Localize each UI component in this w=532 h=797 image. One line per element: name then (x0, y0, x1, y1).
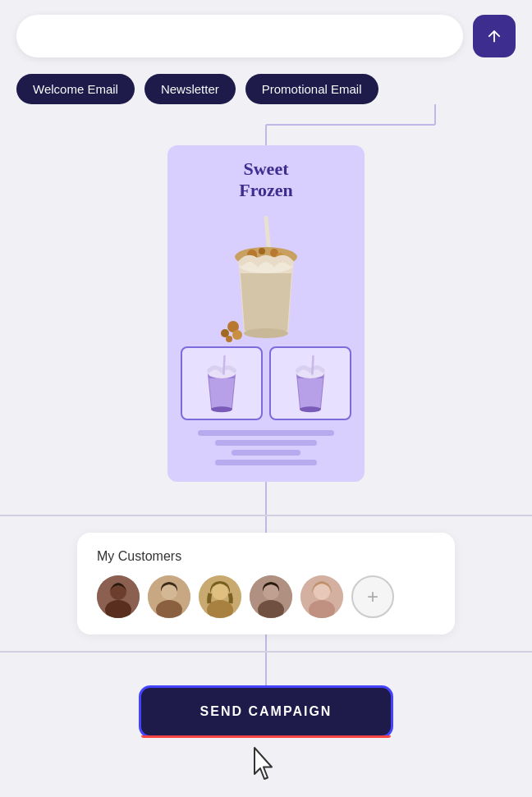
customers-card: My Customers (77, 533, 455, 634)
page-wrapper: Welcome Email Newsletter Promotional Ema… (0, 0, 532, 797)
send-campaign-button[interactable]: SEND CAMPAIGN (139, 685, 393, 738)
svg-point-29 (212, 584, 228, 600)
avatar-3 (199, 575, 241, 618)
connector-lines-top (0, 104, 532, 145)
text-line-1 (198, 430, 334, 436)
avatars-row: + (97, 575, 435, 618)
svg-point-14 (232, 330, 242, 340)
cursor-area (251, 738, 281, 797)
email-card: SweetFrozen (167, 145, 365, 482)
text-line-3 (232, 450, 300, 456)
svg-point-21 (300, 406, 321, 412)
arrow-up-icon (485, 27, 503, 45)
chip-promotional[interactable]: Promotional Email (245, 74, 378, 104)
product-card-1 (181, 346, 263, 420)
send-button[interactable] (473, 15, 516, 57)
avatar-4 (250, 575, 292, 618)
chip-newsletter[interactable]: Newsletter (144, 74, 236, 104)
product-card-2 (269, 346, 351, 420)
search-row (0, 0, 532, 67)
text-line-4 (215, 460, 318, 465)
text-line-2 (215, 440, 318, 446)
add-icon: + (367, 585, 378, 608)
horizontal-line-1 (0, 515, 532, 516)
connector-mid (265, 482, 267, 515)
avatar-add-button[interactable]: + (351, 575, 394, 618)
text-lines (181, 430, 351, 465)
main-drink-image (213, 212, 319, 335)
products-row (181, 346, 351, 420)
svg-point-18 (211, 406, 232, 412)
chips-row: Welcome Email Newsletter Promotional Ema… (0, 67, 532, 104)
svg-point-35 (314, 584, 330, 600)
cursor-icon (251, 746, 281, 782)
avatar-1 (97, 575, 140, 618)
customers-title: My Customers (97, 549, 435, 564)
avatar-5 (300, 575, 343, 618)
email-card-title: SweetFrozen (239, 158, 293, 202)
svg-point-15 (226, 336, 232, 342)
connector-bottom (265, 653, 267, 685)
svg-point-7 (259, 248, 265, 254)
svg-point-11 (244, 328, 288, 338)
avatar-2 (148, 575, 190, 618)
chip-welcome[interactable]: Welcome Email (16, 74, 135, 104)
search-input[interactable] (16, 15, 463, 57)
